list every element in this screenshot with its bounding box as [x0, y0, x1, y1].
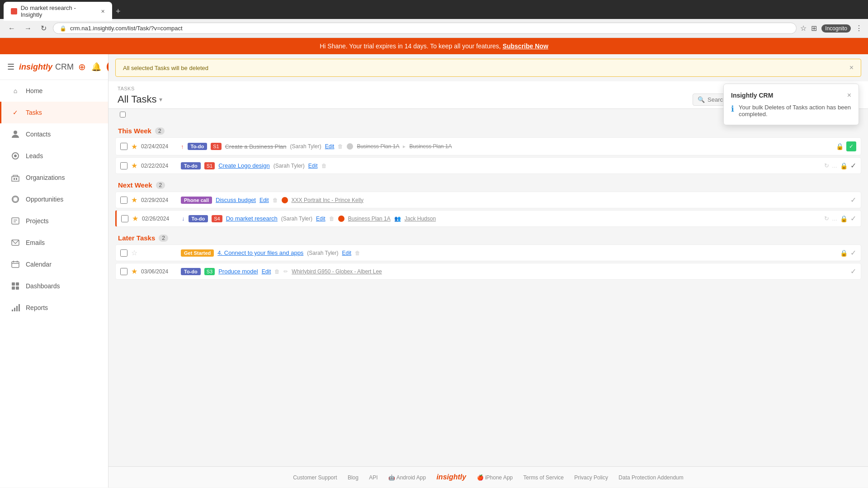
app-footer: Customer Support Blog API 🤖 Android App … — [108, 466, 868, 488]
sidebar-item-emails[interactable]: Emails — [0, 232, 108, 253]
task-name-link[interactable]: Create a Business Plan — [225, 143, 287, 150]
star-icon[interactable]: ★ — [131, 142, 137, 151]
search-icon: 🔍 — [698, 96, 705, 103]
footer-iphone-app-link[interactable]: 🍎 iPhone App — [477, 474, 514, 481]
refresh-button[interactable]: ↻ — [38, 23, 49, 33]
profile-icon[interactable]: Incognito — [821, 24, 851, 33]
complete-check-icon[interactable]: ✓ — [850, 161, 856, 170]
row-checkbox[interactable] — [120, 162, 127, 169]
task-project-link[interactable]: Business Plan 1A — [348, 216, 391, 222]
row-checkbox[interactable] — [120, 197, 127, 204]
sidebar-header: ☰ insightly CRM ⊕ 🔔 S — [0, 54, 108, 80]
sidebar-item-tasks[interactable]: ✓ Tasks — [0, 102, 108, 123]
address-bar[interactable]: 🔒 crm.na1.insightly.com/list/Task/?v=com… — [53, 23, 797, 34]
complete-button[interactable]: ✓ — [846, 141, 856, 151]
task-edit-link[interactable]: Edit — [342, 250, 352, 256]
complete-check-icon[interactable]: ✓ — [850, 214, 856, 223]
sidebar-item-calendar[interactable]: Calendar — [0, 253, 108, 275]
more-icon[interactable]: … — [832, 216, 837, 222]
subscribe-now-link[interactable]: Subscribe Now — [503, 42, 548, 50]
star-icon[interactable]: ★ — [131, 196, 137, 204]
calendar-icon — [10, 259, 20, 269]
task-name-link[interactable]: Produce model — [218, 268, 258, 275]
footer-terms-link[interactable]: Terms of Service — [524, 474, 564, 481]
task-name-link[interactable]: Create Logo design — [218, 162, 269, 169]
more-icon[interactable]: … — [832, 163, 837, 169]
delete-icon[interactable]: 🗑 — [274, 268, 280, 275]
row-checkbox[interactable] — [120, 249, 127, 257]
task-name-link[interactable]: Discuss budget — [216, 197, 256, 203]
tab-close-button[interactable]: ✕ — [101, 9, 105, 14]
footer-api-link[interactable]: API — [369, 474, 377, 481]
complete-check-icon[interactable]: ✓ — [850, 267, 856, 276]
row-checkbox[interactable] — [120, 143, 127, 150]
complete-check-icon[interactable]: ✓ — [850, 249, 856, 257]
spinner-icon: ↻ — [824, 215, 829, 222]
lock-task-icon[interactable]: 🔒 — [836, 143, 844, 150]
sidebar-item-organizations[interactable]: Organizations — [0, 167, 108, 188]
task-user-link[interactable]: Jack Hudson — [405, 216, 436, 222]
priority-down-icon: ↓ — [182, 215, 185, 222]
bookmark-icon[interactable]: ☆ — [800, 24, 807, 33]
new-tab-button[interactable]: + — [116, 7, 121, 16]
star-icon[interactable]: ★ — [131, 267, 137, 276]
delete-icon[interactable]: 🗑 — [338, 143, 343, 150]
back-button[interactable]: ← — [5, 23, 18, 33]
sidebar-item-projects[interactable]: Projects — [0, 210, 108, 232]
tasks-title[interactable]: All Tasks ▾ — [118, 94, 162, 105]
task-edit-link[interactable]: Edit — [316, 216, 326, 222]
footer-customer-support-link[interactable]: Customer Support — [293, 474, 337, 481]
hamburger-menu-icon[interactable]: ☰ — [7, 62, 14, 72]
task-link1[interactable]: Business Plan 1A — [357, 143, 399, 150]
task-name-link[interactable]: 4. Connect to your files and apps — [217, 249, 303, 256]
task-edit-link[interactable]: Edit — [308, 163, 318, 169]
row-checkbox[interactable] — [121, 215, 128, 222]
task-edit-link[interactable]: Edit — [325, 143, 335, 150]
lock-task-icon[interactable]: 🔒 — [840, 215, 848, 222]
row-checkbox[interactable] — [120, 268, 127, 275]
separator: ▸ — [403, 143, 406, 150]
forward-button[interactable]: → — [22, 23, 34, 33]
sidebar-item-dashboards[interactable]: Dashboards — [0, 275, 108, 297]
delete-icon[interactable]: 🗑 — [329, 216, 335, 222]
edit-pencil-icon[interactable]: ✏ — [283, 268, 288, 275]
star-icon[interactable]: ☆ — [131, 249, 137, 257]
bell-icon[interactable]: 🔔 — [91, 62, 101, 72]
task-edit-link[interactable]: Edit — [259, 197, 269, 203]
extensions-icon[interactable]: ⊞ — [811, 24, 817, 33]
browser-tab[interactable]: Do market research - Insightly ✕ — [4, 2, 112, 21]
footer-android-app-link[interactable]: 🤖 Android App — [388, 474, 427, 481]
task-link2[interactable]: Business Plan 1A — [409, 143, 452, 150]
select-all-checkbox[interactable] — [120, 112, 126, 117]
delete-icon[interactable]: 🗑 — [355, 250, 360, 256]
delete-icon[interactable]: 🗑 — [321, 163, 327, 169]
delete-banner-close-button[interactable]: × — [849, 64, 854, 72]
star-icon[interactable]: ★ — [131, 161, 137, 170]
task-badge-phone: Phone call — [181, 197, 212, 204]
menu-dots-icon[interactable]: ⋮ — [855, 24, 863, 33]
footer-blog-link[interactable]: Blog — [348, 474, 359, 481]
task-edit-link[interactable]: Edit — [262, 268, 271, 275]
task-name-link[interactable]: Do market research — [226, 215, 278, 222]
popup-close-button[interactable]: × — [847, 91, 851, 99]
complete-check-icon[interactable]: ✓ — [850, 196, 856, 204]
contact-avatar — [347, 143, 353, 150]
task-product-link[interactable]: Whirlybird G950 - Globex - Albert Lee — [292, 268, 382, 275]
delete-icon[interactable]: 🗑 — [273, 197, 278, 203]
sidebar-item-leads[interactable]: Leads — [0, 145, 108, 167]
sidebar-item-home[interactable]: ⌂ Home — [0, 80, 108, 102]
star-icon[interactable]: ★ — [132, 214, 138, 223]
android-icon: 🤖 — [388, 474, 395, 481]
task-right-actions: 🔒 ✓ — [840, 249, 856, 257]
footer-data-protection-link[interactable]: Data Protection Addendum — [618, 474, 683, 481]
add-icon[interactable]: ⊕ — [78, 61, 86, 72]
lock-task-icon[interactable]: 🔒 — [840, 249, 848, 257]
reports-icon — [10, 303, 20, 313]
sidebar-item-contacts[interactable]: Contacts — [0, 123, 108, 145]
footer-privacy-link[interactable]: Privacy Policy — [574, 474, 608, 481]
svg-rect-19 — [16, 286, 19, 290]
sidebar-item-opportunities[interactable]: Opportunities — [0, 188, 108, 210]
task-org-link[interactable]: XXX Portrait Inc - Prince Kelly — [292, 197, 363, 203]
sidebar-item-reports[interactable]: Reports — [0, 297, 108, 319]
lock-task-icon[interactable]: 🔒 — [840, 162, 848, 169]
